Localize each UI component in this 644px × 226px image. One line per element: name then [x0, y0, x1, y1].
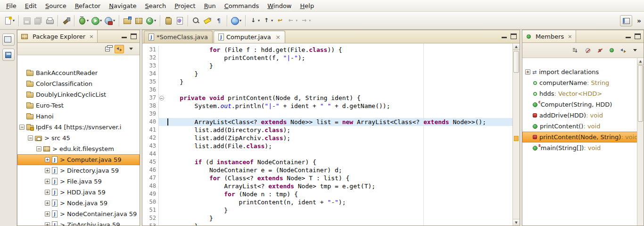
- export-jar-button[interactable]: [163, 15, 174, 27]
- code-line[interactable]: 46 NodeContainer e = (NodeContainer) d;: [142, 166, 512, 174]
- maximize-editor-button[interactable]: [511, 33, 517, 39]
- new-class-button[interactable]: ▾: [144, 15, 157, 27]
- next-annotation-button[interactable]: ▾: [248, 15, 261, 27]
- minimize-view-button[interactable]: [625, 33, 631, 39]
- view-menu-button[interactable]: [126, 45, 136, 53]
- dropdown-arrow-icon[interactable]: ▾: [87, 18, 89, 23]
- tree-expander-plus-icon[interactable]: +: [45, 222, 50, 226]
- editor-tab[interactable]: *SomeClass.java: [144, 31, 213, 43]
- dropdown-arrow-icon[interactable]: ▾: [13, 18, 15, 23]
- menu-source[interactable]: Source: [41, 1, 71, 11]
- code-line[interactable]: 51 }: [142, 206, 512, 214]
- minimize-view-button[interactable]: [121, 33, 127, 39]
- menu-refactor[interactable]: Refactor: [71, 1, 105, 11]
- member-item[interactable]: computerName : String: [522, 77, 644, 88]
- debug-button[interactable]: ▾: [77, 15, 90, 27]
- tree-expander-minus-icon[interactable]: −: [28, 135, 33, 141]
- fold-marker-icon[interactable]: [158, 94, 164, 102]
- hide-static-members-button[interactable]: s: [595, 46, 604, 55]
- code-line[interactable]: 34 }: [142, 70, 512, 78]
- tree-item[interactable]: +> NodeContainer.java 59: [17, 209, 140, 219]
- mark-occurrences-button[interactable]: [202, 15, 213, 27]
- members-scrollbar[interactable]: ▲: [637, 58, 644, 226]
- menu-navigate[interactable]: Navigate: [105, 1, 140, 11]
- tree-expander-minus-icon[interactable]: −: [36, 146, 41, 151]
- tree-expander-plus-icon[interactable]: +: [45, 201, 50, 206]
- tree-item[interactable]: DoublyLinkedCyclicList: [17, 89, 140, 100]
- members-tab[interactable]: Members ×: [522, 30, 576, 42]
- minimize-editor-button[interactable]: [501, 33, 507, 39]
- sort-button[interactable]: [571, 46, 581, 55]
- code-line[interactable]: 37 private void printContent(Node d, Str…: [142, 94, 512, 102]
- tree-item[interactable]: Hanoi: [17, 111, 140, 122]
- code-line[interactable]: 43 list.add(File.class);: [142, 142, 512, 150]
- code-line[interactable]: 33 }: [142, 62, 512, 70]
- occurrence-marker[interactable]: [514, 136, 519, 141]
- generate-javadoc-button[interactable]: [174, 15, 185, 27]
- tree-expander-plus-icon[interactable]: +: [45, 211, 50, 217]
- new-wizard-button[interactable]: ▾: [3, 15, 16, 27]
- code-line[interactable]: 38 System.out.println("|-" + ident + " "…: [142, 102, 512, 110]
- code-line[interactable]: 41 list.add(Directory.class);: [142, 126, 512, 134]
- code-line[interactable]: 47 for (Class<? extends Node> T : list) …: [142, 174, 512, 182]
- package-explorer-tab[interactable]: Package Explorer ×: [17, 30, 98, 42]
- tree-expander-plus-icon[interactable]: +: [45, 190, 50, 195]
- tree-item[interactable]: Euro-Test: [17, 100, 140, 111]
- scroll-up-icon[interactable]: ▲: [513, 43, 520, 50]
- maximize-view-button[interactable]: [635, 33, 641, 39]
- link-with-editor-button[interactable]: [619, 46, 628, 55]
- tree-item[interactable]: +> File.java 59: [17, 176, 140, 187]
- member-item[interactable]: printContent(Node, String) : void: [522, 132, 644, 142]
- menu-run[interactable]: Run: [200, 1, 220, 11]
- code-line[interactable]: 49 for (Node n : tmp) {: [142, 190, 512, 198]
- menu-search[interactable]: Search: [141, 1, 171, 11]
- tree-item[interactable]: ColorClassification: [17, 78, 140, 89]
- member-item[interactable]: smain(String[]) : void: [522, 142, 644, 153]
- editor-scrollbar[interactable]: ▲ ▼: [512, 43, 520, 226]
- member-expander-plus-icon[interactable]: +: [525, 69, 530, 75]
- java-editor[interactable]: 31 for (File f : hdd.get(File.class)) {3…: [142, 43, 520, 226]
- code-line[interactable]: 45 if (d instanceof NodeContainer) {: [142, 158, 512, 166]
- scroll-down-icon[interactable]: ▼: [513, 219, 520, 226]
- open-web-browser-button[interactable]: ▾: [230, 15, 243, 27]
- tree-item[interactable]: +> HDD.java 59: [17, 187, 140, 198]
- menu-window[interactable]: Window: [263, 1, 296, 11]
- link-with-editor-button[interactable]: [115, 45, 124, 53]
- previous-annotation-button[interactable]: ▾: [261, 15, 274, 27]
- tree-item[interactable]: −IpdFs 44 [https://svnserver.i: [17, 122, 140, 133]
- search-button[interactable]: [190, 15, 202, 27]
- tree-item[interactable]: +> Directory.java 59: [17, 165, 140, 176]
- code-line[interactable]: 42 list.add(ZipArchiv.class);: [142, 134, 512, 142]
- scrollbar-thumb[interactable]: [513, 51, 519, 73]
- member-item[interactable]: +import declarations: [522, 67, 644, 77]
- menu-project[interactable]: Project: [170, 1, 200, 11]
- dropdown-arrow-icon[interactable]: ▾: [296, 18, 297, 23]
- member-item[interactable]: printContent() : void: [522, 121, 644, 132]
- dropdown-arrow-icon[interactable]: ▾: [271, 18, 273, 23]
- show-whitespace-button[interactable]: [213, 15, 224, 27]
- tree-expander-plus-icon[interactable]: +: [45, 179, 50, 184]
- tree-item[interactable]: +> Computer.java 59: [17, 154, 140, 165]
- dropdown-arrow-icon[interactable]: ▾: [309, 18, 311, 23]
- hide-non-public-button[interactable]: [607, 46, 616, 55]
- member-item[interactable]: hdds : Vector<HDD>: [522, 88, 644, 99]
- editor-tab[interactable]: Computer.java×: [214, 31, 285, 43]
- code-line[interactable]: 31 for (File f : hdd.get(File.class)) {: [142, 46, 512, 54]
- maximize-view-button[interactable]: [131, 33, 137, 39]
- code-line[interactable]: 44: [142, 150, 512, 158]
- hide-fields-button[interactable]: [583, 46, 593, 55]
- menu-edit[interactable]: Edit: [21, 1, 41, 11]
- close-tab-icon[interactable]: ×: [276, 34, 281, 41]
- code-line[interactable]: 39: [142, 110, 512, 118]
- tree-expander-plus-icon[interactable]: +: [45, 168, 50, 173]
- scroll-up-icon[interactable]: ▲: [637, 58, 644, 65]
- code-line[interactable]: 36: [142, 86, 512, 94]
- menu-commands[interactable]: Commands: [220, 1, 264, 11]
- dropdown-arrow-icon[interactable]: ▾: [154, 18, 156, 23]
- tree-item[interactable]: BankAccountReader: [17, 67, 140, 78]
- editor-area-button[interactable]: [2, 49, 15, 61]
- print-button[interactable]: [44, 15, 55, 27]
- java-perspective-button[interactable]: [620, 15, 632, 26]
- tree-item[interactable]: +> Node.java 59: [17, 198, 140, 209]
- tree-expander-minus-icon[interactable]: −: [19, 125, 25, 130]
